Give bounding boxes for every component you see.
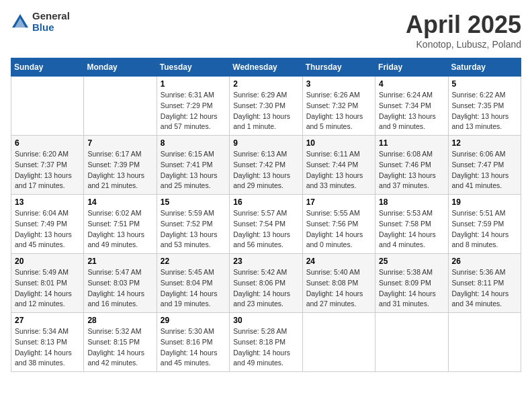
sunset: Sunset: 8:13 PM	[15, 338, 67, 346]
sunrise: Sunrise: 6:15 AM	[161, 150, 214, 158]
logo-general: General	[32, 11, 70, 22]
sunrise: Sunrise: 5:51 AM	[452, 209, 506, 217]
sunset: Sunset: 8:04 PM	[161, 279, 213, 287]
calendar-week-row: 6 Sunrise: 6:20 AM Sunset: 7:37 PM Dayli…	[11, 136, 521, 195]
calendar-cell: 15 Sunrise: 5:59 AM Sunset: 7:52 PM Dayl…	[157, 195, 229, 254]
sunrise: Sunrise: 6:29 AM	[233, 91, 287, 99]
day-info: Sunrise: 5:57 AM Sunset: 7:54 PM Dayligh…	[233, 208, 298, 250]
calendar-week-row: 20 Sunrise: 5:49 AM Sunset: 8:01 PM Dayl…	[11, 254, 521, 313]
calendar-cell: 6 Sunrise: 6:20 AM Sunset: 7:37 PM Dayli…	[11, 136, 84, 195]
daylight: Daylight: 14 hours and 42 minutes.	[87, 349, 144, 367]
day-info: Sunrise: 6:06 AM Sunset: 7:47 PM Dayligh…	[452, 149, 517, 191]
calendar-cell: 8 Sunrise: 6:15 AM Sunset: 7:41 PM Dayli…	[157, 136, 229, 195]
daylight: Daylight: 14 hours and 38 minutes.	[15, 349, 72, 367]
sunset: Sunset: 7:52 PM	[161, 220, 213, 228]
daylight: Daylight: 13 hours and 25 minutes.	[161, 171, 218, 190]
calendar-cell: 20 Sunrise: 5:49 AM Sunset: 8:01 PM Dayl…	[11, 254, 84, 313]
logo-blue: Blue	[32, 22, 70, 34]
weekday-header-row: SundayMondayTuesdayWednesdayThursdayFrid…	[11, 58, 521, 77]
daylight: Daylight: 14 hours and 4 minutes.	[379, 230, 436, 249]
daylight: Daylight: 13 hours and 21 minutes.	[87, 171, 144, 190]
sunrise: Sunrise: 5:32 AM	[87, 327, 141, 335]
day-number: 17	[306, 197, 371, 207]
sunset: Sunset: 7:35 PM	[452, 101, 504, 109]
sunrise: Sunrise: 5:42 AM	[233, 268, 287, 276]
day-number: 19	[452, 197, 517, 207]
weekday-header: Sunday	[11, 58, 84, 77]
day-info: Sunrise: 5:55 AM Sunset: 7:56 PM Dayligh…	[306, 208, 371, 250]
day-info: Sunrise: 5:32 AM Sunset: 8:15 PM Dayligh…	[87, 326, 152, 369]
day-number: 29	[161, 316, 226, 325]
sunrise: Sunrise: 6:24 AM	[379, 91, 433, 99]
sunset: Sunset: 8:09 PM	[379, 279, 431, 287]
calendar-cell: 2 Sunrise: 6:29 AM Sunset: 7:30 PM Dayli…	[230, 77, 302, 136]
calendar-cell: 19 Sunrise: 5:51 AM Sunset: 7:59 PM Dayl…	[448, 195, 521, 254]
calendar-table: SundayMondayTuesdayWednesdayThursdayFrid…	[11, 58, 521, 372]
daylight: Daylight: 13 hours and 33 minutes.	[306, 171, 363, 190]
calendar-cell	[11, 77, 84, 136]
day-number: 10	[306, 138, 371, 148]
sunrise: Sunrise: 5:38 AM	[379, 268, 433, 276]
day-info: Sunrise: 6:26 AM Sunset: 7:32 PM Dayligh…	[306, 90, 371, 132]
daylight: Daylight: 14 hours and 23 minutes.	[233, 289, 290, 308]
day-number: 3	[306, 79, 371, 89]
day-info: Sunrise: 5:47 AM Sunset: 8:03 PM Dayligh…	[87, 267, 152, 310]
calendar-cell: 28 Sunrise: 5:32 AM Sunset: 8:15 PM Dayl…	[84, 313, 157, 372]
sunrise: Sunrise: 6:20 AM	[15, 150, 69, 158]
day-info: Sunrise: 6:08 AM Sunset: 7:46 PM Dayligh…	[379, 149, 444, 191]
day-info: Sunrise: 5:38 AM Sunset: 8:09 PM Dayligh…	[379, 267, 444, 310]
day-info: Sunrise: 5:45 AM Sunset: 8:04 PM Dayligh…	[161, 267, 226, 310]
daylight: Daylight: 14 hours and 34 minutes.	[452, 289, 509, 308]
sunrise: Sunrise: 6:08 AM	[379, 150, 433, 158]
day-number: 28	[87, 316, 152, 325]
sunset: Sunset: 8:03 PM	[87, 279, 140, 287]
sunrise: Sunrise: 6:13 AM	[233, 150, 287, 158]
calendar-cell: 16 Sunrise: 5:57 AM Sunset: 7:54 PM Dayl…	[230, 195, 302, 254]
calendar-cell: 21 Sunrise: 5:47 AM Sunset: 8:03 PM Dayl…	[84, 254, 157, 313]
day-info: Sunrise: 6:13 AM Sunset: 7:42 PM Dayligh…	[233, 149, 298, 191]
day-info: Sunrise: 5:53 AM Sunset: 7:58 PM Dayligh…	[379, 208, 444, 250]
sunset: Sunset: 8:11 PM	[452, 279, 504, 287]
day-number: 16	[233, 197, 298, 207]
day-info: Sunrise: 5:28 AM Sunset: 8:18 PM Dayligh…	[233, 326, 298, 369]
sunrise: Sunrise: 6:02 AM	[87, 209, 141, 217]
logo: General Blue	[11, 11, 70, 33]
calendar-cell: 7 Sunrise: 6:17 AM Sunset: 7:39 PM Dayli…	[84, 136, 157, 195]
calendar-cell: 9 Sunrise: 6:13 AM Sunset: 7:42 PM Dayli…	[230, 136, 302, 195]
calendar-cell	[84, 77, 157, 136]
day-info: Sunrise: 6:11 AM Sunset: 7:44 PM Dayligh…	[306, 149, 371, 191]
calendar-week-row: 13 Sunrise: 6:04 AM Sunset: 7:49 PM Dayl…	[11, 195, 521, 254]
daylight: Daylight: 13 hours and 41 minutes.	[452, 171, 509, 190]
calendar-cell: 13 Sunrise: 6:04 AM Sunset: 7:49 PM Dayl…	[11, 195, 84, 254]
day-number: 4	[379, 79, 444, 89]
day-number: 6	[15, 138, 80, 148]
sunrise: Sunrise: 6:06 AM	[452, 150, 506, 158]
sunset: Sunset: 7:30 PM	[233, 101, 285, 109]
sunset: Sunset: 7:39 PM	[87, 161, 140, 169]
sunset: Sunset: 8:06 PM	[233, 279, 285, 287]
day-info: Sunrise: 6:04 AM Sunset: 7:49 PM Dayligh…	[15, 208, 80, 250]
daylight: Daylight: 14 hours and 49 minutes.	[233, 349, 290, 367]
day-info: Sunrise: 5:42 AM Sunset: 8:06 PM Dayligh…	[233, 267, 298, 310]
daylight: Daylight: 14 hours and 16 minutes.	[87, 289, 144, 308]
daylight: Daylight: 14 hours and 31 minutes.	[379, 289, 436, 308]
day-number: 27	[15, 316, 80, 325]
day-info: Sunrise: 5:36 AM Sunset: 8:11 PM Dayligh…	[452, 267, 517, 310]
day-number: 5	[452, 79, 517, 89]
sunrise: Sunrise: 6:11 AM	[306, 150, 360, 158]
calendar-cell: 10 Sunrise: 6:11 AM Sunset: 7:44 PM Dayl…	[302, 136, 375, 195]
calendar-cell: 18 Sunrise: 5:53 AM Sunset: 7:58 PM Dayl…	[375, 195, 448, 254]
daylight: Daylight: 14 hours and 0 minutes.	[306, 230, 363, 249]
calendar-week-row: 27 Sunrise: 5:34 AM Sunset: 8:13 PM Dayl…	[11, 313, 521, 372]
day-info: Sunrise: 6:20 AM Sunset: 7:37 PM Dayligh…	[15, 149, 80, 191]
calendar-cell	[375, 313, 448, 372]
day-info: Sunrise: 6:22 AM Sunset: 7:35 PM Dayligh…	[452, 90, 517, 132]
day-number: 1	[161, 79, 226, 89]
day-number: 13	[15, 197, 80, 207]
day-number: 2	[233, 79, 298, 89]
sunset: Sunset: 7:32 PM	[306, 101, 359, 109]
calendar-cell: 11 Sunrise: 6:08 AM Sunset: 7:46 PM Dayl…	[375, 136, 448, 195]
day-info: Sunrise: 5:30 AM Sunset: 8:16 PM Dayligh…	[161, 326, 226, 369]
sunrise: Sunrise: 6:31 AM	[161, 91, 214, 99]
calendar-cell: 12 Sunrise: 6:06 AM Sunset: 7:47 PM Dayl…	[448, 136, 521, 195]
